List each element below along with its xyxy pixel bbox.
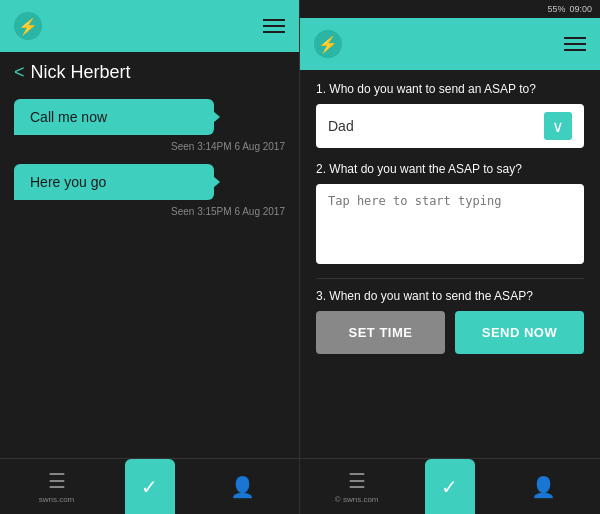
recipient-value: Dad (328, 118, 354, 134)
recipient-dropdown[interactable]: Dad ∨ (316, 104, 584, 148)
swns-label-left: swns.com (39, 495, 75, 504)
user-icon-left: 👤 (230, 475, 255, 499)
messages-list-icon: ☰ (48, 469, 66, 493)
bottom-nav-right: ☰ © swns.com ✓ 👤 (300, 458, 600, 514)
chat-check-icon-right: ✓ (441, 475, 458, 499)
user-icon-right: 👤 (531, 475, 556, 499)
lightning-icon-right: ⚡ (314, 30, 342, 58)
time-display: 09:00 (569, 4, 592, 14)
action-buttons-group: SET TIME SEND NOW (316, 311, 584, 354)
set-time-button[interactable]: SET TIME (316, 311, 445, 354)
back-navigation[interactable]: < Nick Herbert (0, 52, 299, 89)
chat-area: Call me now Seen 3:14PM 6 Aug 2017 Here … (0, 89, 299, 458)
question-1-label: 1. Who do you want to send an ASAP to? (316, 82, 584, 96)
message-input[interactable] (316, 184, 584, 264)
asap-form: 1. Who do you want to send an ASAP to? D… (300, 70, 600, 458)
send-now-button[interactable]: SEND NOW (455, 311, 584, 354)
question-3-label: 3. When do you want to send the ASAP? (316, 289, 584, 303)
question-2-label: 2. What do you want the ASAP to say? (316, 162, 584, 176)
hamburger-menu-left[interactable] (263, 19, 285, 33)
right-header: ⚡ (300, 18, 600, 70)
message-bubble-1: Call me now (14, 99, 214, 135)
chat-check-icon: ✓ (141, 475, 158, 499)
battery-indicator: 55% (547, 4, 565, 14)
nav-profile-icon-right[interactable]: 👤 (518, 462, 568, 512)
seen-timestamp-1: Seen 3:14PM 6 Aug 2017 (14, 141, 285, 152)
bottom-nav-left: ☰ swns.com ✓ 👤 (0, 458, 299, 514)
nav-chat-icon-right[interactable]: ✓ (425, 459, 475, 515)
hamburger-menu-right[interactable] (564, 37, 586, 51)
section-divider (316, 278, 584, 279)
contact-name: Nick Herbert (31, 62, 131, 83)
nav-messages-icon-right[interactable]: ☰ © swns.com (332, 462, 382, 512)
back-arrow-icon: < (14, 62, 25, 83)
nav-profile-icon-left[interactable]: 👤 (218, 462, 268, 512)
left-phone: ⚡ < Nick Herbert Call me now Seen 3:14PM… (0, 0, 300, 514)
right-phone: 55% 09:00 ⚡ 1. Who do you want to send a… (300, 0, 600, 514)
messages-list-icon-right: ☰ (348, 469, 366, 493)
dropdown-arrow-icon: ∨ (544, 112, 572, 140)
left-header: ⚡ (0, 0, 299, 52)
lightning-icon-left: ⚡ (14, 12, 42, 40)
nav-chat-icon[interactable]: ✓ (125, 459, 175, 515)
seen-timestamp-2: Seen 3:15PM 6 Aug 2017 (14, 206, 285, 217)
nav-messages-icon[interactable]: ☰ swns.com (32, 462, 82, 512)
message-bubble-2: Here you go (14, 164, 214, 200)
status-bar: 55% 09:00 (300, 0, 600, 18)
swns-label-right: © swns.com (335, 495, 379, 504)
